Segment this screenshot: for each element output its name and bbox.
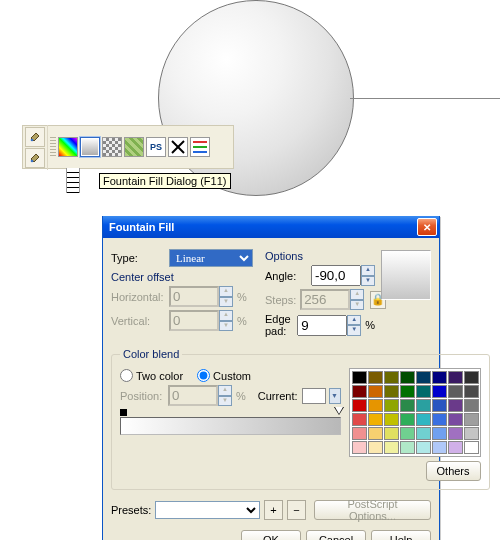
preset-remove-button[interactable]: − <box>287 500 306 520</box>
pct-label: % <box>365 319 375 331</box>
palette-swatch[interactable] <box>448 427 463 440</box>
custom-radio[interactable]: Custom <box>197 369 251 382</box>
palette-swatch[interactable] <box>368 441 383 454</box>
palette-swatch[interactable] <box>416 371 431 384</box>
palette-swatch[interactable] <box>352 441 367 454</box>
titlebar[interactable]: Fountain Fill ✕ <box>103 216 439 238</box>
palette-swatch[interactable] <box>448 399 463 412</box>
palette-swatch[interactable] <box>384 399 399 412</box>
cancel-button[interactable]: Cancel <box>306 530 366 540</box>
gradient-editor[interactable] <box>120 409 341 435</box>
pattern-fill-icon[interactable] <box>102 137 122 157</box>
preset-add-button[interactable]: + <box>264 500 283 520</box>
close-button[interactable]: ✕ <box>417 218 437 236</box>
svg-point-0 <box>31 138 34 141</box>
palette-swatch[interactable] <box>368 385 383 398</box>
current-label: Current: <box>258 390 298 402</box>
pct-label: % <box>237 315 247 327</box>
color-palette[interactable] <box>349 368 481 457</box>
angle-label: Angle: <box>265 270 307 282</box>
tooltip: Fountain Fill Dialog (F11) <box>99 173 231 189</box>
type-label: Type: <box>111 252 165 264</box>
palette-swatch[interactable] <box>448 441 463 454</box>
palette-swatch[interactable] <box>352 399 367 412</box>
fill-bucket-1-icon[interactable] <box>25 127 45 147</box>
palette-swatch[interactable] <box>416 399 431 412</box>
fountain-fill-dialog: Fountain Fill ✕ Type: Linear Center offs… <box>102 216 440 540</box>
palette-swatch[interactable] <box>448 413 463 426</box>
toolbar-grip-icon[interactable] <box>50 137 56 157</box>
angle-spinner[interactable]: ▲▼ <box>311 265 375 286</box>
type-select[interactable]: Linear <box>169 249 253 267</box>
steps-label: Steps: <box>265 294 296 306</box>
current-color-swatch[interactable] <box>302 388 326 404</box>
palette-swatch[interactable] <box>448 371 463 384</box>
palette-swatch[interactable] <box>400 413 415 426</box>
palette-swatch[interactable] <box>464 427 479 440</box>
fill-toolbar: PS <box>22 125 234 169</box>
spin-down-icon: ▼ <box>219 297 233 308</box>
svg-point-1 <box>31 159 34 162</box>
edgepad-spinner[interactable]: ▲▼ <box>297 315 361 336</box>
edgepad-label: Edge pad: <box>265 313 293 337</box>
gradient-preview <box>381 250 431 300</box>
color-blend-title: Color blend <box>120 348 182 360</box>
palette-swatch[interactable] <box>416 385 431 398</box>
palette-swatch[interactable] <box>352 385 367 398</box>
palette-swatch[interactable] <box>384 371 399 384</box>
palette-swatch[interactable] <box>464 399 479 412</box>
fountain-fill-icon[interactable] <box>80 137 100 157</box>
palette-swatch[interactable] <box>384 427 399 440</box>
steps-spinner: ▲▼ <box>300 289 364 310</box>
palette-swatch[interactable] <box>432 371 447 384</box>
palette-swatch[interactable] <box>368 371 383 384</box>
palette-swatch[interactable] <box>432 399 447 412</box>
spin-up-icon: ▲ <box>219 286 233 297</box>
palette-swatch[interactable] <box>416 413 431 426</box>
palette-swatch[interactable] <box>400 385 415 398</box>
palette-swatch[interactable] <box>432 427 447 440</box>
options-title: Options <box>265 250 375 262</box>
color-docker-icon[interactable] <box>190 137 210 157</box>
palette-swatch[interactable] <box>464 413 479 426</box>
color-blend-group: Color blend Two color Custom Position: ▲… <box>111 348 490 490</box>
palette-swatch[interactable] <box>464 371 479 384</box>
palette-swatch[interactable] <box>432 385 447 398</box>
current-dropdown-icon[interactable]: ▼ <box>329 388 341 404</box>
palette-swatch[interactable] <box>400 399 415 412</box>
palette-swatch[interactable] <box>400 441 415 454</box>
palette-swatch[interactable] <box>464 385 479 398</box>
vertical-label: Vertical: <box>111 315 165 327</box>
ok-button[interactable]: OK <box>241 530 301 540</box>
horizontal-spinner: ▲▼ <box>169 286 233 307</box>
palette-swatch[interactable] <box>352 371 367 384</box>
help-button[interactable]: Help <box>371 530 431 540</box>
palette-swatch[interactable] <box>432 441 447 454</box>
palette-swatch[interactable] <box>368 399 383 412</box>
close-icon: ✕ <box>423 222 431 233</box>
postscript-fill-icon[interactable]: PS <box>146 137 166 157</box>
position-label: Position: <box>120 390 164 402</box>
palette-swatch[interactable] <box>352 413 367 426</box>
palette-swatch[interactable] <box>368 413 383 426</box>
palette-swatch[interactable] <box>384 385 399 398</box>
palette-swatch[interactable] <box>464 441 479 454</box>
two-color-radio[interactable]: Two color <box>120 369 183 382</box>
fill-bucket-2-icon[interactable] <box>25 148 45 168</box>
palette-swatch[interactable] <box>400 371 415 384</box>
postscript-options-button: PostScript Options... <box>314 500 431 520</box>
palette-swatch[interactable] <box>384 413 399 426</box>
palette-swatch[interactable] <box>368 427 383 440</box>
palette-swatch[interactable] <box>384 441 399 454</box>
palette-swatch[interactable] <box>400 427 415 440</box>
palette-swatch[interactable] <box>432 413 447 426</box>
texture-fill-icon[interactable] <box>124 137 144 157</box>
uniform-fill-icon[interactable] <box>58 137 78 157</box>
palette-swatch[interactable] <box>448 385 463 398</box>
palette-swatch[interactable] <box>416 427 431 440</box>
palette-swatch[interactable] <box>352 427 367 440</box>
no-fill-icon[interactable] <box>168 137 188 157</box>
presets-select[interactable] <box>155 501 260 519</box>
palette-swatch[interactable] <box>416 441 431 454</box>
others-button[interactable]: Others <box>426 461 481 481</box>
